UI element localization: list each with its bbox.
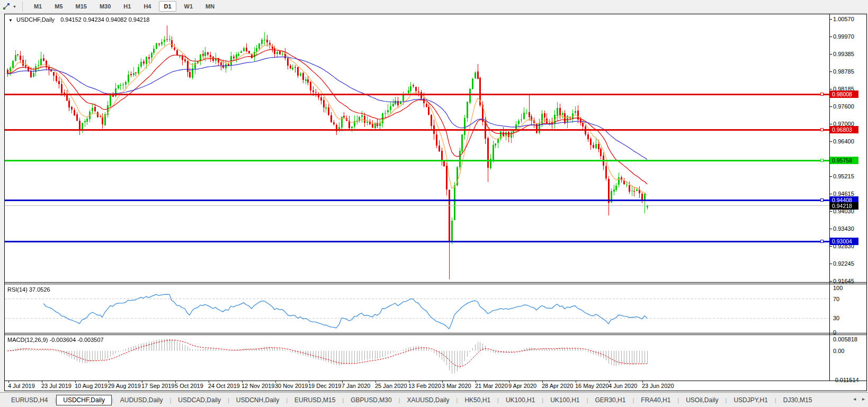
date-tick-label: 19 Dec 2019 bbox=[308, 383, 341, 389]
chart-tab-xauusd-daily[interactable]: XAUUSD,Daily bbox=[400, 395, 457, 405]
chart-tab-usdjpy-h1[interactable]: USDJPY,H1 bbox=[727, 395, 774, 405]
date-tick-label: 12 Nov 2019 bbox=[241, 383, 274, 389]
price-tick-mark bbox=[829, 176, 832, 177]
rsi-canvas[interactable] bbox=[5, 284, 829, 333]
chart-tab-eurusd-h4[interactable]: EURUSD,H4 bbox=[4, 395, 55, 405]
horizontal-line-0.96803[interactable] bbox=[5, 129, 829, 131]
date-tick-label: 10 Aug 2019 bbox=[75, 383, 108, 389]
price-line-badge: 0.98008 bbox=[830, 91, 858, 98]
rsi-axis-label: 100 bbox=[833, 285, 843, 291]
panel-separator[interactable] bbox=[5, 334, 866, 335]
date-tick-label: 30 Nov 2019 bbox=[275, 383, 308, 389]
timeframe-button-w1[interactable]: W1 bbox=[180, 1, 198, 12]
chart-tab-bar: EURUSD,H4|USDCHF,Daily|AUDUSD,Daily|USDC… bbox=[0, 392, 868, 407]
price-tick-label: 0.99385 bbox=[833, 51, 854, 57]
price-tick-label: 0.91645 bbox=[833, 278, 854, 284]
chart-title-caret-icon: ▼ bbox=[8, 18, 13, 23]
cursor-tool-icon bbox=[2, 2, 11, 11]
price-tick-label: 1.00570 bbox=[833, 16, 854, 22]
timeframe-button-h4[interactable]: H4 bbox=[139, 1, 156, 12]
line-anchor-marker[interactable] bbox=[820, 159, 824, 162]
timeframe-button-m5[interactable]: M5 bbox=[50, 1, 67, 12]
chart-title: ▼ USDCHF,Daily 0.94152 0.94234 0.94082 0… bbox=[8, 16, 149, 23]
line-anchor-marker[interactable] bbox=[820, 128, 824, 131]
scroll-right-icon[interactable]: ▸ bbox=[862, 396, 865, 402]
chevron-down-icon: ▼ bbox=[13, 5, 16, 8]
price-tick-mark bbox=[829, 124, 832, 124]
price-tick-mark bbox=[829, 19, 832, 20]
chart-tab-eurusd-m15[interactable]: EURUSD,M15 bbox=[288, 395, 342, 405]
chart-tab-fra40-h1[interactable]: FRA40,H1 bbox=[634, 395, 677, 405]
line-anchor-marker[interactable] bbox=[820, 93, 824, 96]
date-tick-label: 16 May 2020 bbox=[575, 383, 609, 389]
date-tick-label: 25 Jan 2020 bbox=[375, 383, 407, 389]
price-line-badge: 0.95758 bbox=[830, 157, 858, 164]
chart-tab-gbpusd-m30[interactable]: GBPUSD,M30 bbox=[344, 395, 398, 405]
price-tick-mark bbox=[829, 229, 832, 229]
chart-tab-hk50-h1[interactable]: HK50,H1 bbox=[458, 395, 497, 405]
price-tick-label: 0.92245 bbox=[833, 260, 854, 267]
price-tick-mark bbox=[829, 37, 832, 37]
panel-separator[interactable] bbox=[5, 282, 866, 283]
current-price-badge: 0.94218 bbox=[830, 202, 858, 210]
horizontal-line-0.93004[interactable] bbox=[5, 241, 829, 242]
price-tick-mark bbox=[829, 281, 832, 282]
chart-tab-usdcnh-daily[interactable]: USDCNH,Daily bbox=[229, 395, 286, 405]
top-toolbar: ▼ M1M5M15M30H1H4D1W1MN bbox=[0, 0, 868, 13]
date-tick-label: 13 Feb 2020 bbox=[408, 383, 441, 389]
timeframe-button-d1[interactable]: D1 bbox=[159, 1, 176, 12]
toolbar-grip bbox=[22, 2, 23, 11]
price-tick-mark bbox=[829, 71, 832, 72]
chart-tab-audusd-daily[interactable]: AUDUSD,Daily bbox=[113, 395, 170, 405]
panel-separator[interactable] bbox=[5, 333, 866, 333]
chart-symbol-label: USDCHF,Daily bbox=[16, 16, 55, 23]
time-axis-line bbox=[5, 381, 866, 381]
date-tick-label: 29 Aug 2019 bbox=[108, 383, 141, 389]
rsi-axis-label: 0 bbox=[833, 329, 836, 336]
date-tick-label: 23 Jul 2019 bbox=[41, 383, 71, 389]
timeframe-button-m1[interactable]: M1 bbox=[29, 1, 47, 12]
timeframe-button-m15[interactable]: M15 bbox=[71, 1, 92, 12]
price-tick-label: 0.97600 bbox=[833, 103, 854, 110]
date-tick-label: 4 Jul 2019 bbox=[8, 383, 35, 389]
chart-tab-usdchf-daily[interactable]: USDCHF,Daily bbox=[56, 395, 112, 405]
macd-axis-label: 0.005818 bbox=[833, 336, 857, 342]
date-tick-label: 17 Sep 2019 bbox=[141, 383, 174, 389]
horizontal-line-0.95758[interactable] bbox=[5, 160, 829, 161]
price-tick-mark bbox=[829, 89, 832, 89]
date-tick-label: 23 Jun 2020 bbox=[642, 383, 674, 389]
panel-separator[interactable] bbox=[5, 284, 866, 284]
macd-axis-label: 0.00 bbox=[833, 348, 844, 354]
chart-tab-ger30-h1[interactable]: GER30,H1 bbox=[588, 395, 632, 405]
date-tick-label: 5 Oct 2019 bbox=[175, 383, 203, 389]
rsi-indicator-label: RSI(14) 37.0526 bbox=[7, 286, 50, 293]
macd-axis-label: -0.011514 bbox=[833, 377, 859, 383]
timeframe-button-mn[interactable]: MN bbox=[201, 1, 219, 12]
price-tick-mark bbox=[829, 194, 832, 194]
line-anchor-marker[interactable] bbox=[820, 198, 824, 202]
chart-tab-uk100-h1[interactable]: UK100,H1 bbox=[499, 395, 542, 405]
cursor-tool-button[interactable]: ▼ bbox=[0, 2, 19, 11]
chart-tab-usoil-daily[interactable]: USOil,Daily bbox=[679, 395, 725, 405]
horizontal-line-0.94408[interactable] bbox=[5, 200, 829, 201]
price-line-badge: 0.93004 bbox=[830, 238, 858, 245]
date-tick-label: 4 Jun 2020 bbox=[609, 383, 637, 389]
price-tick-mark bbox=[829, 211, 832, 212]
price-tick-label: 0.93430 bbox=[833, 225, 854, 232]
horizontal-line-0.98008[interactable] bbox=[5, 94, 829, 95]
date-tick-label: 28 Apr 2020 bbox=[542, 383, 573, 389]
macd-canvas[interactable] bbox=[5, 335, 829, 380]
line-anchor-marker[interactable] bbox=[820, 240, 824, 243]
chart-tab-uk100-h1[interactable]: UK100,H1 bbox=[543, 395, 586, 405]
chart-ohlc-values: 0.94152 0.94234 0.94082 0.94218 bbox=[60, 16, 149, 23]
scroll-left-icon[interactable]: ◂ bbox=[853, 396, 856, 402]
date-tick-label: 21 Mar 2020 bbox=[475, 383, 508, 389]
timeframe-button-m30[interactable]: M30 bbox=[95, 1, 115, 12]
price-tick-label: 0.96400 bbox=[833, 138, 854, 144]
date-tick-label: 9 Apr 2020 bbox=[508, 383, 536, 389]
chart-tab-usdcad-daily[interactable]: USDCAD,Daily bbox=[171, 395, 228, 405]
price-line-badge: 0.96803 bbox=[830, 126, 858, 133]
current-price-line bbox=[5, 205, 829, 206]
chart-tab-dj30-m15[interactable]: DJ30,M15 bbox=[776, 395, 819, 405]
timeframe-button-h1[interactable]: H1 bbox=[119, 1, 136, 12]
